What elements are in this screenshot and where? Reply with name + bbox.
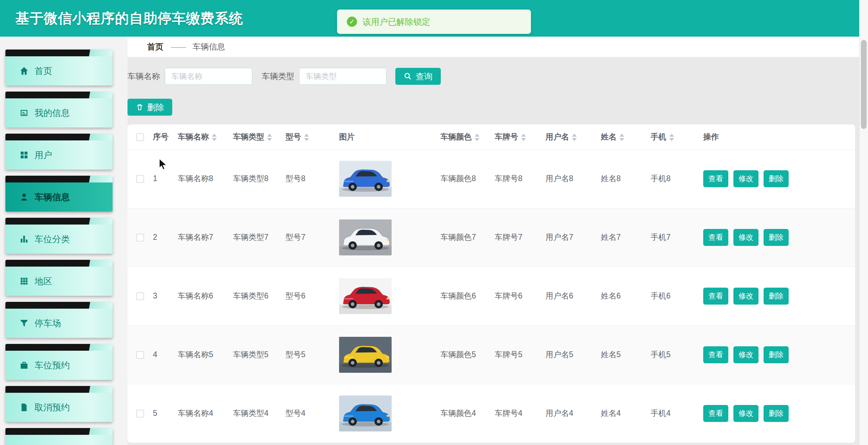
cell-image [336, 267, 438, 325]
row-checkbox[interactable] [136, 175, 144, 183]
row-checkbox[interactable] [136, 410, 144, 418]
cell-realname: 姓名8 [598, 149, 648, 208]
sidebar-item-7[interactable]: 停车场 [5, 302, 113, 338]
search-button[interactable]: 查询 [395, 68, 441, 85]
scrollbar-thumb[interactable] [861, 40, 867, 129]
sidebar-menu: 首页我的信息用户车辆信息车位分类地区停车场车位预约取消预约停车信息 [5, 50, 127, 445]
column-header-color[interactable]: 车辆颜色 [438, 124, 492, 149]
delete-row-button[interactable]: 删除 [764, 288, 789, 305]
sidebar-item-6[interactable]: 地区 [5, 260, 113, 296]
delete-row-button[interactable]: 删除 [764, 170, 789, 187]
vehicle-table: 序号车辆名称车辆类型型号图片车辆颜色车牌号用户名姓名手机操作 1车辆名称8车辆类… [127, 124, 855, 443]
edit-button[interactable]: 修改 [733, 288, 758, 305]
users-icon [19, 150, 29, 160]
sort-caret-icon[interactable] [304, 134, 309, 141]
row-checkbox[interactable] [136, 351, 144, 359]
sidebar-item-10[interactable]: 停车信息 [5, 428, 113, 445]
view-button[interactable]: 查看 [703, 288, 728, 305]
edit-button[interactable]: 修改 [733, 405, 758, 422]
vehicle-name-input[interactable] [165, 68, 252, 85]
menu-item-ribbon [5, 134, 113, 140]
cell-realname: 姓名7 [598, 208, 648, 267]
car-illustration [339, 278, 392, 314]
car-illustration [339, 161, 392, 197]
view-button[interactable]: 查看 [703, 346, 728, 363]
cell-color: 车辆颜色8 [438, 149, 492, 208]
sort-caret-icon[interactable] [267, 134, 272, 141]
table-body: 1车辆名称8车辆类型8型号8车辆颜色8车牌号8用户名8姓名8手机8查看修改删除2… [127, 149, 855, 443]
cell-realname: 姓名4 [598, 384, 648, 443]
sidebar-item-3[interactable]: 用户 [5, 134, 113, 170]
breadcrumb-home[interactable]: 首页 [147, 41, 163, 52]
sidebar-item-label: 首页 [35, 65, 52, 77]
cell-actions: 查看修改删除 [701, 267, 855, 325]
vehicle-name-label: 车辆名称 [127, 71, 160, 82]
column-header-username[interactable]: 用户名 [543, 124, 598, 149]
edit-button[interactable]: 修改 [733, 229, 758, 246]
success-check-icon: ✓ [347, 17, 357, 27]
table-row: 5车辆名称4车辆类型4型号4车辆颜色4车牌号4用户名4姓名4手机4查看修改删除 [127, 384, 855, 443]
column-header-select [127, 124, 150, 149]
menu-item-body: 首页 [5, 56, 113, 85]
toast-message: 该用户已解除锁定 [362, 16, 430, 27]
row-checkbox[interactable] [136, 234, 144, 241]
row-checkbox[interactable] [136, 292, 144, 300]
vehicle-image [339, 395, 392, 431]
view-button[interactable]: 查看 [703, 229, 728, 246]
sidebar-item-label: 停车信息 [35, 444, 70, 445]
sort-caret-icon[interactable] [212, 134, 217, 141]
sidebar-item-2[interactable]: 我的信息 [5, 92, 113, 128]
cell-username: 用户名7 [543, 208, 598, 267]
edit-button[interactable]: 修改 [733, 170, 758, 187]
sort-caret-icon[interactable] [619, 134, 624, 141]
column-label: 车牌号 [495, 132, 518, 141]
cell-image [336, 149, 438, 208]
success-toast: ✓ 该用户已解除锁定 [337, 9, 531, 34]
sort-caret-icon[interactable] [669, 134, 674, 141]
sidebar-item-8[interactable]: 车位预约 [5, 344, 113, 380]
edit-button[interactable]: 修改 [733, 346, 758, 363]
delete-button[interactable]: 删除 [127, 99, 172, 116]
view-button[interactable]: 查看 [703, 170, 728, 187]
cell-plate: 车牌号8 [492, 149, 543, 208]
parking-lot-icon [19, 318, 29, 328]
sidebar-item-9[interactable]: 取消预约 [5, 386, 113, 422]
column-header-type[interactable]: 车辆类型 [230, 124, 283, 149]
menu-item-body: 地区 [5, 267, 113, 296]
cell-name: 车辆名称6 [175, 267, 230, 325]
delete-row-button[interactable]: 删除 [764, 405, 789, 422]
column-header-plate[interactable]: 车牌号 [492, 124, 543, 149]
delete-row-button[interactable]: 删除 [764, 229, 789, 246]
view-button[interactable]: 查看 [703, 405, 728, 422]
column-header-phone[interactable]: 手机 [648, 124, 701, 149]
car-illustration [339, 337, 392, 373]
column-label: 图片 [339, 132, 355, 141]
sidebar-item-label: 停车场 [35, 317, 61, 329]
column-header-index: 序号 [150, 124, 175, 149]
delete-row-button[interactable]: 删除 [764, 346, 789, 363]
cell-plate: 车牌号6 [492, 267, 543, 325]
column-header-name[interactable]: 车辆名称 [175, 124, 230, 149]
vehicle-type-input[interactable] [299, 68, 387, 85]
sidebar-item-1[interactable]: 首页 [5, 50, 113, 85]
row-actions: 查看修改删除 [703, 170, 852, 187]
sort-caret-icon[interactable] [572, 134, 577, 141]
sidebar-item-5[interactable]: 车位分类 [5, 218, 113, 254]
table-header-row: 序号车辆名称车辆类型型号图片车辆颜色车牌号用户名姓名手机操作 [127, 124, 855, 149]
cell-actions: 查看修改删除 [701, 149, 855, 208]
menu-item-ribbon [5, 386, 113, 393]
page-scrollbar[interactable] [859, 0, 868, 445]
column-header-model[interactable]: 型号 [283, 124, 336, 149]
parking-category-icon [19, 234, 29, 244]
select-all-checkbox[interactable] [136, 133, 144, 141]
menu-item-body: 停车信息 [5, 435, 113, 445]
cell-select [127, 384, 150, 443]
sort-caret-icon[interactable] [521, 134, 526, 141]
home-icon [19, 66, 29, 76]
search-icon [403, 72, 412, 81]
sidebar-item-4[interactable]: 车辆信息 [5, 176, 113, 212]
sort-caret-icon[interactable] [475, 134, 479, 141]
column-header-realname[interactable]: 姓名 [598, 124, 648, 149]
cell-type: 车辆类型8 [230, 149, 283, 208]
sidebar-item-label: 车位分类 [35, 233, 70, 245]
